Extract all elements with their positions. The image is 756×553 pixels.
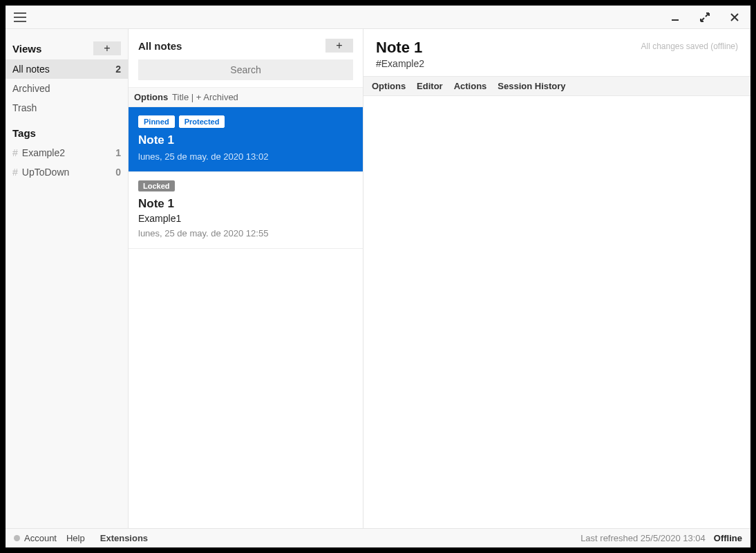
offline-status: Offline (714, 533, 742, 543)
footer: Account Help Extensions Last refreshed 2… (6, 528, 750, 547)
editor-body[interactable] (363, 96, 750, 528)
hash-icon: # (12, 147, 18, 158)
editor-tag: #Example2 (376, 58, 424, 69)
minimize-button[interactable] (665, 10, 686, 25)
tab-options[interactable]: Options (372, 81, 406, 91)
close-button[interactable] (724, 10, 745, 25)
note-subtitle: Example1 (138, 213, 353, 224)
note-item[interactable]: Locked Note 1 Example1 lunes, 25 de may.… (129, 172, 363, 249)
notelist-title: All notes (138, 40, 182, 52)
hamburger-icon (14, 12, 26, 22)
badge-locked: Locked (138, 180, 175, 191)
plus-icon: + (104, 42, 110, 55)
tab-actions[interactable]: Actions (454, 81, 487, 91)
view-label: All notes (12, 64, 50, 75)
tag-label: UpToDown (22, 167, 115, 178)
badge-protected: Protected (179, 115, 225, 128)
add-note-button[interactable]: + (325, 39, 353, 53)
footer-account-link[interactable]: Account (24, 533, 57, 543)
tag-label: Example2 (22, 147, 115, 158)
tag-item-example2[interactable]: # Example2 1 (6, 143, 128, 162)
options-value: Title | + Archived (172, 92, 238, 102)
status-dot-icon (14, 535, 20, 541)
note-title: Note 1 (138, 133, 353, 147)
editor-column: Note 1 #Example2 All changes saved (offl… (363, 29, 750, 528)
hamburger-menu-button[interactable] (11, 10, 29, 25)
views-label: Views (12, 43, 41, 55)
hash-icon: # (12, 167, 18, 178)
view-count: 2 (115, 64, 121, 75)
tags-header: Tags (6, 123, 128, 143)
badge-pinned: Pinned (138, 115, 175, 128)
views-header: Views + (6, 37, 128, 59)
list-options-bar[interactable]: Options Title | + Archived (129, 87, 363, 107)
maximize-button[interactable] (694, 9, 716, 26)
tags-label: Tags (12, 127, 36, 139)
tab-editor[interactable]: Editor (417, 81, 443, 91)
add-view-button[interactable]: + (93, 41, 121, 55)
editor-title: Note 1 (376, 39, 424, 57)
tag-item-uptodown[interactable]: # UpToDown 0 (6, 162, 128, 182)
tag-count: 0 (115, 167, 121, 178)
sidebar-item-all-notes[interactable]: All notes 2 (6, 59, 128, 79)
tab-session-history[interactable]: Session History (498, 81, 565, 91)
plus-icon: + (336, 39, 342, 52)
search-input[interactable] (138, 59, 353, 80)
note-list-column: All notes + Options Title | + Archived P… (129, 29, 363, 528)
expand-icon (699, 12, 710, 23)
footer-extensions-link[interactable]: Extensions (100, 533, 148, 543)
view-label: Archived (12, 83, 50, 94)
note-date: lunes, 25 de may. de 2020 12:55 (138, 228, 353, 238)
sidebar: Views + All notes 2 Archived Trash Tags (6, 29, 129, 528)
note-item[interactable]: Pinned Protected Note 1 lunes, 25 de may… (129, 107, 363, 172)
saved-status: All changes saved (offline) (641, 39, 738, 51)
editor-tabs: Options Editor Actions Session History (363, 76, 750, 96)
titlebar (6, 6, 750, 29)
note-title: Note 1 (138, 197, 353, 211)
sidebar-item-trash[interactable]: Trash (6, 98, 128, 118)
tag-count: 1 (115, 147, 121, 158)
sidebar-item-archived[interactable]: Archived (6, 79, 128, 98)
options-label: Options (134, 92, 168, 102)
view-label: Trash (12, 102, 37, 113)
minimize-icon (670, 12, 680, 22)
close-icon (730, 12, 739, 22)
last-refreshed: Last refreshed 25/5/2020 13:04 (580, 533, 706, 543)
note-date: lunes, 25 de may. de 2020 13:02 (138, 151, 353, 162)
footer-help-link[interactable]: Help (66, 533, 85, 543)
